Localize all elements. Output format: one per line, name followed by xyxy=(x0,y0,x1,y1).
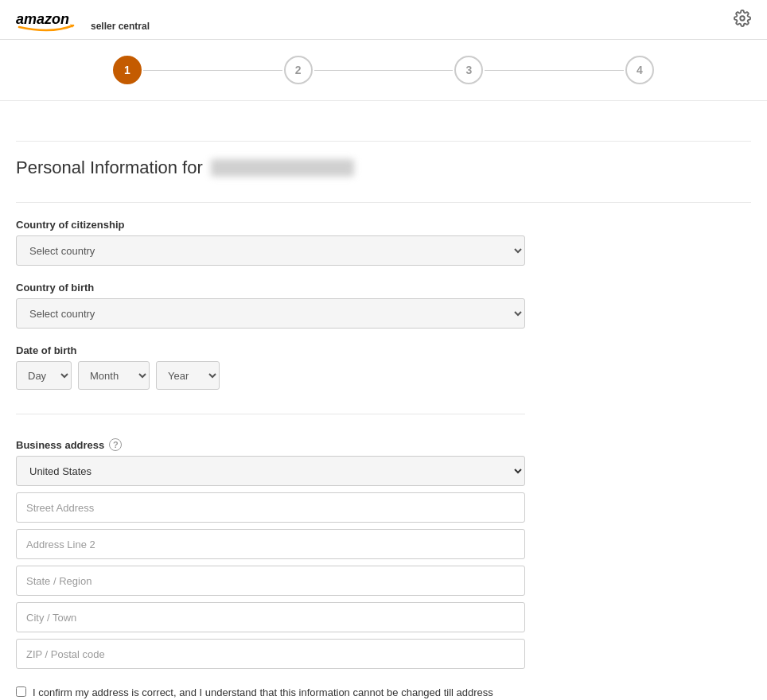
title-divider xyxy=(16,202,751,203)
progress-stepper: 1 2 3 4 xyxy=(0,40,767,101)
page-title: Personal Information for xyxy=(16,158,751,178)
confirm-address-group: I confirm my address is correct, and I u… xyxy=(16,685,525,700)
zip-postal-input[interactable] xyxy=(16,639,525,669)
step-line-2 xyxy=(314,70,454,71)
step-line-3 xyxy=(485,70,624,71)
citizenship-select[interactable]: Select country xyxy=(16,235,525,266)
street-address-input[interactable] xyxy=(16,492,525,523)
business-address-group: Business address ? United States xyxy=(16,438,525,669)
amazon-logo-svg: amazon xyxy=(16,8,88,32)
svg-point-2 xyxy=(740,16,745,21)
user-name-blurred xyxy=(211,159,354,177)
address-country-select[interactable]: United States xyxy=(16,456,525,486)
birth-country-select[interactable]: Select country xyxy=(16,298,525,329)
dob-label: Date of birth xyxy=(16,344,525,356)
step-3: 3 xyxy=(454,56,483,84)
step-line-1 xyxy=(143,70,282,71)
birth-country-label: Country of birth xyxy=(16,282,525,294)
personal-info-form: Country of citizenship Select country Co… xyxy=(16,219,525,700)
logo: amazon seller central xyxy=(16,8,150,32)
business-address-label-row: Business address ? xyxy=(16,438,525,451)
step-1: 1 xyxy=(113,56,142,84)
confirm-address-checkbox[interactable] xyxy=(16,686,26,697)
citizenship-group: Country of citizenship Select country xyxy=(16,219,525,266)
gear-icon[interactable] xyxy=(734,10,751,29)
dob-selects: Day Month Year xyxy=(16,361,525,390)
confirm-address-label: I confirm my address is correct, and I u… xyxy=(33,685,525,700)
seller-central-label: seller central xyxy=(91,21,150,31)
dob-group: Date of birth Day Month Year xyxy=(16,344,525,390)
page-title-text: Personal Information for xyxy=(16,158,203,178)
section-divider-1 xyxy=(16,414,525,414)
address-line2-input[interactable] xyxy=(16,529,525,559)
svg-text:amazon: amazon xyxy=(16,11,69,27)
state-region-input[interactable] xyxy=(16,566,525,596)
top-divider xyxy=(16,141,751,142)
business-address-help-icon[interactable]: ? xyxy=(109,438,122,451)
step-2: 2 xyxy=(284,56,313,84)
step-4: 4 xyxy=(625,56,654,84)
header: amazon seller central xyxy=(0,0,767,40)
dob-month-select[interactable]: Month xyxy=(78,361,150,390)
dob-year-select[interactable]: Year xyxy=(156,361,220,390)
main-content: Personal Information for Country of citi… xyxy=(0,101,767,700)
dob-day-select[interactable]: Day xyxy=(16,361,72,390)
business-address-label: Business address xyxy=(16,439,104,451)
birth-country-group: Country of birth Select country xyxy=(16,282,525,329)
citizenship-label: Country of citizenship xyxy=(16,219,525,231)
city-town-input[interactable] xyxy=(16,602,525,632)
